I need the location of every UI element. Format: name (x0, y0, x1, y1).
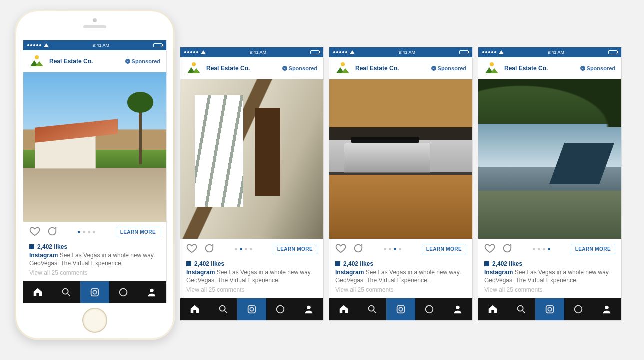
like-icon[interactable] (484, 243, 496, 255)
tab-activity[interactable] (110, 281, 138, 303)
svg-point-4 (150, 289, 154, 292)
phone-home-button[interactable] (82, 308, 108, 333)
comment-icon[interactable] (46, 226, 58, 238)
view-comments-link[interactable]: View all 25 comments (180, 286, 324, 298)
account-name[interactable]: Real Estate Co. (504, 65, 548, 72)
view-comments-link[interactable]: View all 25 comments (24, 269, 166, 281)
svg-point-8 (277, 306, 284, 313)
svg-rect-16 (546, 306, 554, 313)
view-comments-link[interactable]: View all 25 comments (330, 286, 472, 298)
comment-icon[interactable] (502, 243, 512, 255)
view-comments-link[interactable]: View all 25 comments (478, 286, 622, 298)
sponsored-label[interactable]: ›Sponsored (282, 65, 318, 71)
account-name[interactable]: Real Estate Co. (356, 65, 399, 72)
cta-button[interactable]: LEARN MORE (273, 244, 318, 254)
tab-profile[interactable] (444, 298, 472, 320)
status-bar: 9:41 AM (478, 47, 622, 57)
svg-point-9 (308, 306, 311, 309)
account-name[interactable]: Real Estate Co. (206, 65, 250, 72)
tab-search[interactable] (209, 298, 238, 320)
status-time: 9:41 AM (548, 50, 564, 55)
post-caption: Instagram See Las Vegas in a whole new w… (330, 268, 472, 286)
like-icon[interactable] (186, 243, 198, 255)
svg-point-19 (606, 306, 609, 309)
sponsored-label[interactable]: ›Sponsored (432, 65, 466, 71)
svg-point-0 (62, 289, 68, 294)
svg-point-17 (548, 307, 552, 311)
tab-profile[interactable] (593, 298, 622, 320)
tab-home[interactable] (180, 298, 209, 320)
likes-count[interactable]: 2,402 likes (478, 257, 622, 268)
like-icon[interactable] (30, 226, 40, 238)
tab-activity[interactable] (266, 298, 295, 320)
wifi-icon (44, 43, 49, 47)
tab-camera[interactable] (536, 298, 564, 320)
post-header: Real Estate Co. ›Sponsored (24, 50, 166, 72)
instagram-card-2: 9:41 AM Real Estate Co. ›Sponsored LEARN… (329, 47, 473, 321)
tab-camera[interactable] (386, 298, 415, 320)
instagram-card-0: 9:41 AM Real Estate Co. ›Sponsored (23, 40, 167, 303)
signal-icon (28, 43, 49, 47)
svg-rect-6 (248, 306, 256, 313)
status-time: 9:41 AM (250, 50, 266, 55)
svg-rect-1 (92, 289, 99, 296)
account-logo[interactable] (30, 55, 44, 67)
tab-home[interactable] (478, 298, 507, 320)
tab-home[interactable] (24, 281, 52, 303)
carousel-dots (78, 231, 96, 233)
comment-icon[interactable] (352, 243, 364, 255)
post-image[interactable] (478, 79, 622, 239)
cta-button[interactable]: LEARN MORE (422, 244, 466, 254)
tab-home[interactable] (330, 298, 358, 320)
sponsored-label[interactable]: ›Sponsored (580, 65, 616, 71)
tab-activity[interactable] (416, 298, 444, 320)
svg-point-2 (93, 290, 96, 294)
post-image[interactable] (330, 79, 472, 239)
instagram-card-3: 9:41 AM Real Estate Co. ›Sponsored LEARN… (478, 47, 622, 321)
tab-bar (24, 281, 166, 303)
carousel-dots (235, 248, 252, 250)
cta-button[interactable]: LEARN MORE (571, 244, 616, 254)
likes-count[interactable]: 2,402 likes (24, 240, 166, 251)
svg-point-12 (399, 307, 402, 311)
status-bar: 9:41 AM (330, 47, 472, 57)
account-logo[interactable] (336, 62, 350, 74)
svg-point-14 (456, 306, 460, 309)
tab-activity[interactable] (564, 298, 593, 320)
tab-profile[interactable] (138, 281, 166, 303)
tab-search[interactable] (507, 298, 536, 320)
phone-camera-dot (93, 18, 97, 22)
tab-search[interactable] (358, 298, 386, 320)
likes-count[interactable]: 2,402 likes (180, 257, 324, 268)
iphone-frame: 9:41 AM Real Estate Co. ›Sponsored (15, 10, 175, 340)
cta-button[interactable]: LEARN MORE (116, 227, 160, 237)
likes-count[interactable]: 2,402 likes (330, 257, 472, 268)
svg-point-15 (518, 306, 523, 311)
carousel-dots (384, 248, 402, 250)
status-time: 9:41 AM (399, 50, 416, 55)
status-time: 9:41 AM (93, 43, 110, 48)
account-logo[interactable] (186, 62, 202, 74)
post-image[interactable] (180, 79, 324, 239)
battery-icon (154, 43, 162, 47)
post-caption: Instagram See Las Vegas in a whole new w… (24, 251, 166, 269)
svg-point-18 (575, 306, 582, 313)
phone-speaker (84, 25, 106, 28)
tab-profile[interactable] (295, 298, 324, 320)
sponsored-label[interactable]: ›Sponsored (126, 58, 160, 64)
account-name[interactable]: Real Estate Co. (50, 58, 93, 65)
account-logo[interactable] (484, 62, 500, 74)
tab-search[interactable] (52, 281, 80, 303)
status-bar: 9:41 AM (180, 47, 324, 57)
post-image[interactable] (24, 72, 166, 222)
tab-camera[interactable] (80, 281, 109, 303)
svg-point-13 (426, 306, 434, 313)
svg-rect-11 (398, 306, 405, 313)
svg-point-7 (250, 307, 254, 311)
like-icon[interactable] (336, 243, 346, 255)
post-caption: Instagram See Las Vegas in a whole new w… (180, 268, 324, 286)
post-caption: Instagram See Las Vegas in a whole new w… (478, 268, 622, 286)
tab-camera[interactable] (238, 298, 266, 320)
svg-point-5 (220, 306, 225, 311)
comment-icon[interactable] (204, 243, 214, 255)
